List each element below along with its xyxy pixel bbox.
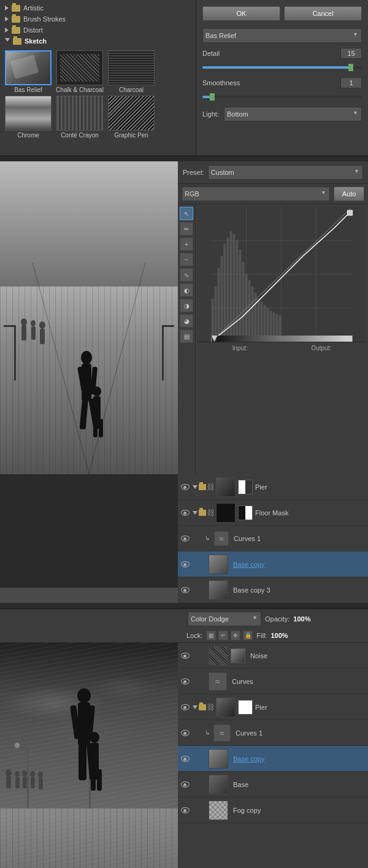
curves-arrow-2: ↳ xyxy=(205,729,211,736)
cancel-button[interactable]: Cancel xyxy=(284,6,362,21)
layer-row-pier-1[interactable]: ⛓ Pier xyxy=(178,474,368,500)
expand-triangle-distort xyxy=(5,28,9,33)
smoothness-input[interactable] xyxy=(340,77,362,88)
lock-transparency-btn[interactable]: ▦ xyxy=(206,631,216,640)
thumb-label-conte: Conté Crayon xyxy=(61,132,99,139)
layer-name-fog: Fog copy xyxy=(233,807,366,814)
tool-add-anchor[interactable]: + xyxy=(180,237,193,251)
folder-icon-sketch xyxy=(13,38,21,45)
lock-all-btn[interactable]: 🔒 xyxy=(243,631,253,640)
filter-thumb-graphic[interactable]: Graphic Pen xyxy=(107,96,156,139)
tool-black-eyedropper[interactable]: ◑ xyxy=(180,299,193,312)
fill-value: 100% xyxy=(270,632,288,639)
layer-thumb-img-pier-1 xyxy=(217,478,235,496)
category-artistic[interactable]: Artistic xyxy=(0,2,196,13)
thumb-img-chalk xyxy=(56,50,103,85)
layer-eye-base-copy-2[interactable] xyxy=(180,754,190,764)
category-sketch[interactable]: Sketch xyxy=(0,36,196,47)
preset-select[interactable]: Custom Default Linear xyxy=(208,165,363,180)
blend-mode-select[interactable]: Color Dodge Normal Multiply Screen xyxy=(188,612,261,626)
layer-link-base-copy-2[interactable]: Base copy xyxy=(233,755,264,762)
thumb-img-graphic xyxy=(108,96,155,131)
bg-figures-svg xyxy=(18,316,67,365)
category-distort[interactable]: Distort xyxy=(0,25,196,36)
detail-input[interactable]: 15 xyxy=(340,48,362,59)
layer-row-fog-copy[interactable]: Fog copy xyxy=(178,797,368,823)
divider-2 xyxy=(0,603,368,608)
detail-slider-thumb[interactable] xyxy=(348,64,353,71)
svg-rect-49 xyxy=(212,336,353,342)
layer-row-noise[interactable]: Noise xyxy=(178,643,368,669)
tool-pencil[interactable]: ✏ xyxy=(180,222,193,236)
smoothness-slider-track[interactable] xyxy=(202,96,362,98)
curves-channel-row: RGB Red Green Blue Auto xyxy=(178,184,368,204)
filter-thumb-chrome[interactable]: Chrome xyxy=(4,96,53,139)
layer-row-pier-2[interactable]: ⛓ Pier xyxy=(178,694,368,720)
tool-pointer[interactable]: ↖ xyxy=(180,207,193,220)
light-select[interactable]: Bottom Top Left Right xyxy=(224,107,362,121)
channel-select-wrapper: RGB Red Green Blue xyxy=(182,186,330,201)
output-label: Output: xyxy=(311,345,331,351)
layer-row-floor-mask[interactable]: ⛓ Floor Mask xyxy=(178,500,368,526)
lock-image-btn[interactable]: ✏ xyxy=(218,631,228,640)
layer-eye-curves1-1[interactable] xyxy=(180,534,190,543)
layer-eye-curves-2[interactable] xyxy=(180,677,190,686)
tool-histogram[interactable]: ▤ xyxy=(180,329,193,343)
layer-row-base-copy-1[interactable]: Base copy xyxy=(178,551,368,577)
category-brush-strokes[interactable]: Brush Strokes xyxy=(0,13,196,25)
preset-label: Preset: xyxy=(183,169,204,176)
layer-eye-pier-2[interactable] xyxy=(180,702,190,712)
auto-button[interactable]: Auto xyxy=(334,186,364,201)
light-select-wrapper: Bottom Top Left Right xyxy=(224,107,362,121)
lamp-arm-1 xyxy=(4,325,16,327)
category-label-sketch: Sketch xyxy=(25,37,47,45)
detail-slider-track[interactable] xyxy=(202,66,362,69)
filter-thumb-chalk[interactable]: Chalk & Charcoal xyxy=(55,50,104,93)
layer-row-base[interactable]: Base xyxy=(178,772,368,797)
mask-white-pier-1 xyxy=(239,480,245,494)
layer-eye-base-copy-1[interactable] xyxy=(180,559,190,569)
layer-eye-pier-1[interactable] xyxy=(180,482,190,492)
layer-thumb-base-copy-2 xyxy=(209,749,228,769)
mask-img-pier-2 xyxy=(239,701,252,714)
filter-thumb-bas-relief[interactable]: Bas Relief xyxy=(4,50,53,93)
eye-icon-fog xyxy=(181,807,190,813)
layer-eye-fog[interactable] xyxy=(180,805,190,815)
smoothness-row: Smoothness xyxy=(202,77,362,88)
layer-row-curves-2[interactable]: ≈ Curves xyxy=(178,669,368,694)
layer-link-base-copy-1[interactable]: Base copy xyxy=(233,561,264,568)
layer-thumb-noise xyxy=(209,646,228,666)
svg-rect-26 xyxy=(221,256,223,342)
layer-row-curves1-1[interactable]: ↳ ≈ Curves 1 xyxy=(178,526,368,551)
channel-select[interactable]: RGB Red Green Blue xyxy=(182,186,330,201)
filter-gallery-panel: Artistic Brush Strokes Distort Sketch xyxy=(0,0,368,156)
layer-eye-base[interactable] xyxy=(180,780,190,789)
layer-eye-floor[interactable] xyxy=(180,508,190,518)
detail-row: Detail 15 xyxy=(202,48,362,59)
tool-remove-anchor[interactable]: − xyxy=(180,253,193,266)
tool-white-eyedropper[interactable]: ◕ xyxy=(180,314,193,328)
filter-thumb-conte[interactable]: Conté Crayon xyxy=(55,96,104,139)
layer-eye-curves1-2[interactable] xyxy=(180,728,190,738)
expand-floor[interactable] xyxy=(193,511,197,515)
svg-rect-9 xyxy=(99,419,103,437)
svg-point-69 xyxy=(30,771,35,777)
curves-graph-svg[interactable] xyxy=(198,207,366,342)
expand-pier-1[interactable] xyxy=(193,485,197,489)
filter-thumb-charcoal[interactable]: Charcoal xyxy=(107,50,156,93)
tool-eyedropper[interactable]: ◐ xyxy=(180,283,193,297)
layer-name-base-copy-2: Base copy xyxy=(233,755,366,762)
ok-button[interactable]: OK xyxy=(202,6,280,21)
layer-eye-noise[interactable] xyxy=(180,651,190,661)
filter-name-select[interactable]: Bas Relief xyxy=(202,28,362,43)
thumb-img-bas-relief xyxy=(5,50,52,85)
layer-row-base-copy3[interactable]: Base copy 3 xyxy=(178,577,368,603)
tool-smooth[interactable]: ∿ xyxy=(180,268,193,282)
lock-position-btn[interactable]: ✥ xyxy=(231,631,240,640)
expand-pier-2[interactable] xyxy=(193,705,197,709)
layer-eye-base-copy3[interactable] xyxy=(180,585,190,595)
layer-row-base-copy-2[interactable]: Base copy xyxy=(178,746,368,772)
smoothness-slider-thumb[interactable] xyxy=(210,93,215,101)
pier-group-ctrls: ⛓ xyxy=(193,703,213,712)
layer-row-curves1-2[interactable]: ↳ ≈ Curves 1 xyxy=(178,720,368,746)
